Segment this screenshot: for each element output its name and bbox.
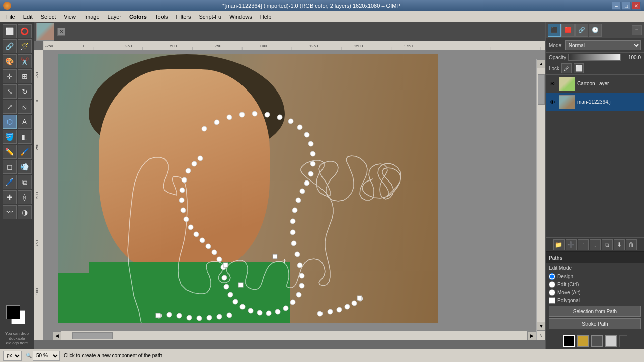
svg-text:250: 250: [35, 144, 40, 150]
menu-item-layer[interactable]: Layer: [104, 11, 126, 22]
scroll-up-button[interactable]: ▲: [537, 59, 545, 68]
stroke-path-button[interactable]: Stroke Path: [549, 318, 641, 329]
vertical-scroll-thumb[interactable]: [538, 74, 545, 105]
duplicate-layer-button[interactable]: ⧉: [602, 239, 613, 250]
tool-eraser[interactable]: ◻: [3, 160, 17, 174]
delete-layer-button[interactable]: 🗑: [626, 239, 637, 250]
lower-layer-button[interactable]: ↓: [590, 239, 601, 250]
panel-options-btn[interactable]: ≡: [632, 25, 642, 35]
unit-selector[interactable]: px: [3, 351, 22, 361]
foreground-color-swatch[interactable]: [6, 305, 20, 319]
tool-move[interactable]: ✛: [3, 69, 17, 83]
color-selector[interactable]: [6, 305, 28, 327]
black-swatch[interactable]: [563, 335, 575, 347]
scroll-left-button[interactable]: ◀: [52, 331, 61, 340]
tool-crop[interactable]: ⤡: [3, 84, 17, 99]
edit-ctrl-label[interactable]: Edit (Ctrl): [557, 282, 579, 287]
corner-resize[interactable]: ⤡: [536, 331, 545, 340]
dnd-hint: You can drop dockable dialogs here: [1, 330, 33, 347]
layer-opacity-row: Opacity 100.0: [546, 53, 644, 62]
zoom-selector[interactable]: 50 %: [33, 351, 60, 361]
layer-visibility-cartoon[interactable]: 👁: [548, 79, 557, 88]
close-image-tab[interactable]: ✕: [57, 28, 65, 36]
maximize-button[interactable]: □: [622, 2, 631, 10]
tool-rect-select[interactable]: ⬜: [3, 24, 17, 38]
orange-swatch[interactable]: [577, 335, 589, 347]
expand-swatch-btn[interactable]: ≡: [619, 335, 627, 347]
lock-pixels-button[interactable]: 🖊: [561, 63, 572, 73]
canvas-viewport[interactable]: ✛ ◀ ▶ ▲ ▼ ⤡: [43, 50, 545, 340]
tool-rotate[interactable]: ↻: [18, 84, 32, 99]
lock-alpha-button[interactable]: ⬜: [574, 63, 584, 73]
tool-text[interactable]: A: [18, 115, 32, 129]
tool-scissors[interactable]: ✂️: [18, 54, 32, 68]
tool-paintbrush[interactable]: 🖌️: [18, 145, 32, 159]
layer-item-cartoon[interactable]: 👁 Cartoon Layer: [546, 75, 644, 93]
layer-item-photo[interactable]: 👁 man-1122364.j: [546, 93, 644, 111]
main-layout: ⬜ ⭕ 🔗 🪄 🎨 ✂️ ✛ ⊞ ⤡ ↻ ⤢ ⧅ ⬡ A 🪣 ◧: [0, 22, 644, 349]
design-radio[interactable]: [549, 273, 555, 280]
menu-item-tools[interactable]: Tools: [151, 11, 172, 22]
tool-blur[interactable]: 〰: [3, 205, 17, 219]
menu-item-script-fu[interactable]: Script-Fu: [195, 11, 226, 22]
gray-swatch[interactable]: [591, 335, 603, 347]
tool-pencil[interactable]: ✏️: [3, 145, 17, 159]
tab-layers-icon[interactable]: ⬛: [548, 24, 561, 37]
layer-visibility-photo[interactable]: 👁: [548, 98, 557, 107]
menu-item-view[interactable]: View: [60, 11, 80, 22]
menu-item-filters[interactable]: Filters: [172, 11, 195, 22]
tool-bucket-fill[interactable]: 🪣: [3, 130, 17, 144]
scroll-right-button[interactable]: ▶: [527, 331, 536, 340]
tool-blend[interactable]: ◧: [18, 130, 32, 144]
layer-mode-select[interactable]: Normal: [565, 40, 641, 50]
light-swatch[interactable]: [605, 335, 617, 347]
swatches-row: ≡: [546, 333, 644, 349]
menu-item-file[interactable]: File: [2, 11, 19, 22]
menu-item-help[interactable]: Help: [256, 11, 276, 22]
menu-item-edit[interactable]: Edit: [19, 11, 37, 22]
horizontal-scrollbar[interactable]: ◀ ▶: [52, 331, 536, 340]
tab-history-icon[interactable]: 🕐: [589, 24, 602, 37]
vertical-scrollbar[interactable]: ▲ ▼: [536, 59, 545, 331]
raise-layer-button[interactable]: ↑: [578, 239, 589, 250]
merge-layers-button[interactable]: ⬇: [614, 239, 625, 250]
move-alt-radio[interactable]: [549, 289, 555, 296]
tool-ink[interactable]: 🖊️: [3, 175, 17, 189]
tab-paths-icon[interactable]: 🔗: [575, 24, 588, 37]
tool-airbrush[interactable]: 💨: [18, 160, 32, 174]
tool-ellipse-select[interactable]: ⭕: [18, 24, 32, 38]
tool-color-select[interactable]: 🎨: [3, 54, 17, 68]
opacity-slider[interactable]: [568, 54, 621, 61]
menu-item-windows[interactable]: Windows: [225, 11, 256, 22]
minimize-button[interactable]: –: [612, 2, 621, 10]
horizontal-scroll-thumb[interactable]: [72, 332, 113, 339]
tool-fuzzy-select[interactable]: 🪄: [18, 39, 32, 53]
opacity-value: 100.0: [623, 55, 641, 60]
tool-clone[interactable]: ⧉: [18, 175, 32, 189]
design-label[interactable]: Design: [557, 274, 573, 279]
tool-shear[interactable]: ⧅: [18, 100, 32, 114]
move-alt-label[interactable]: Move (Alt): [557, 290, 581, 295]
tool-path[interactable]: ⬡: [3, 115, 17, 129]
menu-item-select[interactable]: Select: [37, 11, 60, 22]
new-layer-button[interactable]: ➕: [566, 239, 577, 250]
menu-item-image[interactable]: Image: [80, 11, 104, 22]
edit-mode-label: Edit Mode: [549, 265, 641, 271]
tool-scale[interactable]: ⤢: [3, 100, 17, 114]
selection-from-path-button[interactable]: Selection from Path: [549, 306, 641, 317]
new-layer-group-button[interactable]: 📁: [553, 239, 565, 250]
scroll-down-button[interactable]: ▼: [537, 322, 545, 331]
polygonal-label[interactable]: Polygonal: [557, 298, 580, 303]
tool-heal[interactable]: ✚: [3, 190, 17, 204]
image-tab[interactable]: ✕: [34, 22, 545, 41]
tool-dodge[interactable]: ◑: [18, 205, 32, 219]
tool-free-select[interactable]: 🔗: [3, 39, 17, 53]
status-message: Click to create a new component of the p…: [64, 353, 641, 358]
close-button[interactable]: ✕: [632, 2, 641, 10]
polygonal-checkbox[interactable]: [549, 297, 555, 304]
tab-channels-icon[interactable]: 🟥: [561, 24, 575, 37]
menu-item-colors[interactable]: Colors: [125, 11, 151, 22]
tool-perspective-clone[interactable]: ⟠: [18, 190, 32, 204]
tool-align[interactable]: ⊞: [18, 69, 32, 83]
edit-ctrl-radio[interactable]: [549, 281, 555, 288]
